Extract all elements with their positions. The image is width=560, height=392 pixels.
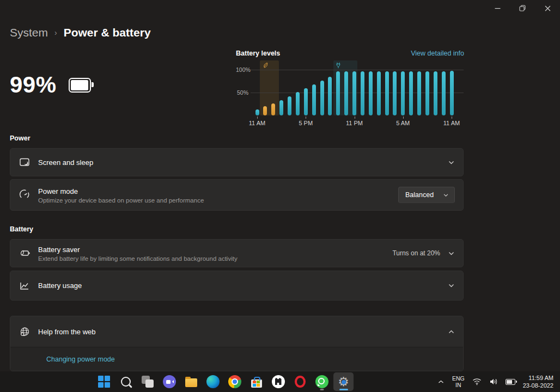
chart-bar [279, 100, 283, 115]
minimize-button[interactable] [485, 0, 510, 16]
file-explorer-button[interactable] [181, 372, 201, 391]
active-indicator [339, 389, 348, 390]
task-view-icon [142, 376, 154, 388]
row-title: Power mode [38, 187, 78, 195]
round-app-icon [272, 375, 285, 388]
chart-bar [401, 71, 405, 115]
clock[interactable]: 11:59 AM 23-08-2022 [521, 373, 557, 390]
screen-and-sleep-row[interactable]: Screen and sleep [10, 148, 464, 176]
power-mode-row: Power mode Optimize your device based on… [10, 179, 464, 211]
chrome-icon [228, 375, 241, 388]
speaker-icon [489, 378, 498, 385]
chart-bar [352, 71, 356, 115]
chevron-down-icon[interactable] [448, 250, 455, 257]
chevron-down-icon [443, 192, 449, 198]
close-button[interactable] [535, 0, 560, 16]
battery-tray-button[interactable] [503, 373, 518, 390]
battery-saver-region [260, 60, 279, 115]
wifi-button[interactable] [470, 373, 484, 390]
wifi-icon [472, 378, 482, 385]
chart-bar [417, 71, 421, 115]
chart-bar [361, 71, 364, 115]
opera-button[interactable] [290, 372, 310, 391]
chart-bar [385, 71, 389, 115]
start-button[interactable] [94, 372, 114, 391]
title-bar [0, 0, 560, 16]
row-title: Battery usage [38, 281, 82, 290]
chart-bar [312, 84, 316, 115]
chart-bar [304, 88, 308, 115]
y-axis-label-50: 50% [236, 89, 248, 96]
chevron-up-icon[interactable] [448, 328, 455, 335]
language-indicator[interactable]: ENG IN [450, 373, 467, 390]
chevron-down-icon[interactable] [448, 159, 455, 166]
x-axis-tick-label: 11 AM [245, 120, 270, 126]
restore-button[interactable] [510, 0, 535, 16]
changing-power-mode-link[interactable]: Changing power mode [46, 356, 115, 363]
help-from-web-header[interactable]: Help from the web [10, 316, 463, 347]
view-detailed-info-link[interactable]: View detailed info [411, 50, 464, 57]
battery-tray-icon [506, 379, 515, 385]
row-subtitle: Extend battery life by limiting some not… [38, 255, 392, 262]
x-axis-tick [257, 117, 258, 119]
page-title: Power & battery [64, 26, 151, 39]
battery-percent: 99% [10, 72, 57, 98]
power-mode-gauge-icon [19, 189, 31, 200]
x-axis-tick-label: 5 AM [391, 120, 416, 126]
breadcrumb-system[interactable]: System [10, 26, 48, 39]
chart-bar [377, 71, 381, 115]
x-axis-tick [355, 117, 355, 119]
chevron-down-icon[interactable] [448, 282, 455, 289]
chart-bar [320, 81, 324, 115]
power-mode-value: Balanced [405, 191, 434, 199]
language-code: ENG [452, 375, 465, 382]
chart-bar [255, 109, 259, 115]
y-axis-label-100: 100% [236, 66, 248, 73]
settings-button[interactable]: ⚙ [333, 372, 354, 391]
battery-usage-row[interactable]: Battery usage [10, 271, 464, 301]
chart-plot-area: 100% 50% [236, 63, 464, 115]
taskbar-center-icons: ⚙ [94, 372, 354, 391]
task-view-button[interactable] [137, 372, 157, 391]
pinned-app-button[interactable] [268, 372, 288, 391]
folder-icon [185, 378, 197, 387]
edge-icon [206, 375, 220, 388]
chart-bar [434, 71, 437, 115]
battery-usage-chart-icon [19, 280, 31, 291]
x-axis-tick [452, 117, 452, 119]
gridline-100 [251, 70, 464, 70]
battery-levels-chart: Battery levels View detailed info 100% 5… [236, 50, 464, 127]
row-title: Battery saver [38, 246, 80, 254]
battery-saver-row[interactable]: Battery saver Extend battery life by lim… [10, 239, 464, 267]
volume-button[interactable] [487, 373, 500, 390]
chart-bar [336, 71, 340, 115]
microsoft-store-button[interactable] [246, 372, 266, 391]
chart-bar [450, 71, 454, 115]
edge-button[interactable] [203, 372, 223, 391]
power-mode-dropdown[interactable]: Balanced [398, 187, 455, 203]
globe-search-icon [19, 326, 31, 338]
breadcrumb: System › Power & battery [10, 26, 151, 39]
chrome-button[interactable] [224, 372, 245, 391]
battery-saver-value: Turns on at 20% [392, 249, 440, 257]
chart-bar [288, 96, 291, 115]
chart-title: Battery levels [236, 50, 280, 57]
row-title: Screen and sleep [38, 158, 93, 167]
chart-bar [442, 71, 446, 115]
video-chat-icon [163, 375, 176, 388]
hidden-icons-button[interactable] [435, 373, 447, 390]
section-label-power: Power [10, 134, 31, 142]
chart-bar [296, 92, 300, 115]
x-axis-tick [403, 117, 404, 119]
breadcrumb-separator-icon: › [54, 28, 57, 37]
search-button[interactable] [115, 372, 136, 391]
whatsapp-button[interactable] [312, 372, 332, 391]
region-code: IN [455, 382, 461, 388]
gridline-50 [251, 93, 464, 93]
video-chat-app-button[interactable] [159, 372, 179, 391]
microsoft-store-icon [251, 379, 262, 388]
chart-bar [409, 71, 413, 115]
x-axis-tick-label: 5 PM [293, 120, 318, 126]
help-from-web-card: Help from the web Changing power mode [10, 316, 464, 371]
screen-sleep-icon [19, 157, 31, 168]
